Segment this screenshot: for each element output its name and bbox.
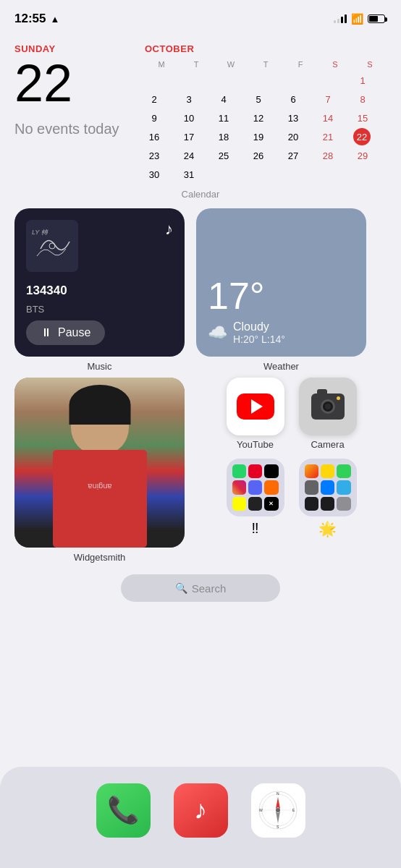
cal-cell: 28 (318, 147, 337, 164)
widgets-row-1: LY 轉 ♪ 134340 BTS ⏸ Pause Music (0, 208, 401, 372)
apps-row-2: angina Widgetsmith YouTube (0, 378, 401, 563)
youtube-play-button (237, 393, 274, 420)
cal-cell: 12 (249, 109, 268, 127)
folder-2[interactable]: 🌟 (299, 459, 357, 537)
widgetsmith-widget[interactable]: angina (14, 378, 185, 548)
cal-cell (284, 166, 303, 183)
calendar-widget-label: Calendar (0, 189, 401, 200)
music-note-icon: ♪ (194, 795, 207, 825)
camera-lens-inner (325, 404, 331, 409)
search-bar-container[interactable]: 🔍 Search (0, 574, 401, 602)
search-icon: 🔍 (175, 582, 187, 594)
phone-icon: 📞 (107, 795, 140, 825)
weather-condition-row: ☁️ Cloudy H:20° L:14° (208, 320, 355, 345)
cal-cell (318, 72, 337, 89)
cal-cell: 7 (318, 90, 337, 108)
svg-point-14 (276, 808, 280, 812)
widgetsmith-label: Widgetsmith (74, 552, 126, 563)
music-album-art: LY 轉 (26, 220, 78, 272)
music-widget-container[interactable]: LY 轉 ♪ 134340 BTS ⏸ Pause Music (14, 208, 185, 372)
cal-cell: 8 (353, 90, 372, 108)
svg-text:N: N (277, 791, 279, 796)
camera-lens (321, 399, 335, 414)
music-pause-button[interactable]: ⏸ Pause (26, 320, 105, 345)
music-dock-icon[interactable]: ♪ (174, 783, 228, 838)
safari-icon: N S E W (256, 788, 300, 832)
widgetsmith-container[interactable]: angina Widgetsmith (14, 378, 185, 563)
pause-icon: ⏸ (41, 326, 52, 339)
location-icon: ▲ (50, 14, 59, 25)
calendar-no-events: No events today (14, 121, 130, 137)
safari-dock-icon[interactable]: N S E W (251, 783, 305, 838)
cal-cell (353, 166, 372, 183)
calendar-right: OCTOBER M T W T F S S 1 2 3 4 5 6 7 8 (145, 43, 387, 183)
cal-cell (284, 72, 303, 89)
search-label: Search (192, 582, 227, 595)
cal-cell: 3 (180, 90, 198, 108)
camera-label: Camera (311, 439, 344, 450)
cloud-icon: ☁️ (208, 323, 227, 342)
svg-text:LY 轉: LY 轉 (32, 229, 48, 236)
cal-cell: 21 (318, 128, 337, 145)
music-widget-label: Music (88, 361, 112, 372)
cal-cell (180, 72, 198, 89)
cal-cell (214, 72, 233, 89)
cal-cell: 29 (353, 147, 372, 164)
weather-high-low: H:20° L:14° (233, 333, 285, 345)
music-track: 134340 (26, 284, 173, 298)
cal-cell: 18 (214, 128, 233, 145)
svg-rect-0 (26, 220, 78, 272)
battery-icon (368, 14, 387, 23)
cal-cell: 17 (180, 128, 198, 145)
top-apps-row: YouTube Camera (196, 378, 387, 450)
cal-cell: 25 (214, 147, 233, 164)
folder-row: ✕ ‼️ (196, 459, 387, 537)
cal-cell: 14 (318, 109, 337, 127)
weather-widget-label: Weather (263, 361, 299, 372)
youtube-app-icon[interactable] (227, 378, 284, 435)
search-bar[interactable]: 🔍 Search (121, 574, 280, 602)
cal-header-t1: T (180, 59, 213, 70)
cal-cell: 10 (180, 109, 198, 127)
weather-widget[interactable]: 17° ☁️ Cloudy H:20° L:14° (196, 208, 366, 357)
svg-text:W: W (259, 808, 263, 812)
cal-cell: 11 (214, 109, 233, 127)
cal-cell: 4 (214, 90, 233, 108)
cal-cell: 30 (145, 166, 164, 183)
status-bar: 12:55 ▲ 📶 (0, 0, 401, 32)
calendar-grid: M T W T F S S 1 2 3 4 5 6 7 8 9 10 (145, 59, 387, 183)
cal-cell: 20 (284, 128, 303, 145)
camera-app-icon[interactable] (299, 378, 357, 435)
music-artist: BTS (26, 304, 173, 315)
music-widget[interactable]: LY 轉 ♪ 134340 BTS ⏸ Pause (14, 208, 185, 357)
cal-header-t2: T (249, 59, 282, 70)
right-apps: YouTube Camera (196, 378, 387, 537)
calendar-widget[interactable]: SUNDAY 22 No events today OCTOBER M T W … (14, 43, 387, 183)
cal-cell: 31 (180, 166, 198, 183)
status-icons: 📶 (334, 13, 387, 25)
cal-cell (249, 72, 268, 89)
camera-flash (337, 396, 340, 400)
cal-header-s2: S (353, 59, 387, 70)
cal-cell: 27 (284, 147, 303, 164)
calendar-day-number: 22 (14, 57, 130, 109)
youtube-label: YouTube (237, 439, 274, 450)
folder-2-icon[interactable] (299, 459, 357, 516)
cal-cell (214, 166, 233, 183)
cal-cell: 15 (353, 109, 372, 127)
weather-widget-container[interactable]: 17° ☁️ Cloudy H:20° L:14° Weather (196, 208, 366, 372)
status-time: 12:55 ▲ (14, 12, 59, 26)
cal-cell: 23 (145, 147, 164, 164)
cal-cell: 6 (284, 90, 303, 108)
cal-cell: 26 (249, 147, 268, 164)
cal-cell (145, 72, 164, 89)
folder-1-icon[interactable]: ✕ (227, 459, 284, 516)
weather-description: Cloudy (233, 320, 285, 333)
cal-cell: 24 (180, 147, 198, 164)
youtube-container[interactable]: YouTube (227, 378, 284, 450)
folder-1[interactable]: ✕ ‼️ (227, 459, 284, 537)
time-display: 12:55 (14, 12, 46, 26)
phone-dock-icon[interactable]: 📞 (96, 783, 151, 838)
cal-header-w: W (214, 59, 248, 70)
camera-container[interactable]: Camera (299, 378, 357, 450)
